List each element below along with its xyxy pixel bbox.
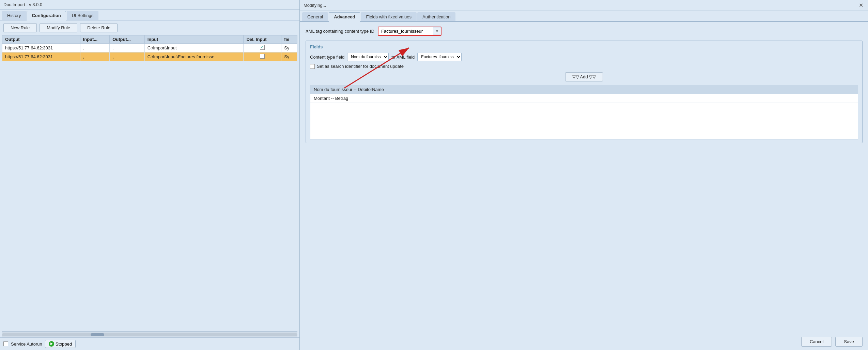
add-row: ▽▽ Add ▽▽	[310, 72, 858, 81]
xml-tag-label: XML tag containing content type ID	[306, 29, 374, 34]
tab-fields-fixed[interactable]: Fields with fixed values	[361, 12, 417, 21]
xml-tag-dropdown-arrow-icon[interactable]: ▼	[433, 28, 441, 34]
cell-input-1: C:\Import\Input	[144, 44, 244, 52]
tab-configuration[interactable]: Configuration	[27, 11, 66, 20]
checkbox-checked-icon	[260, 45, 265, 50]
tab-history[interactable]: History	[2, 11, 26, 20]
right-titlebar: Modifying... ✕	[300, 0, 868, 11]
tab-authentication[interactable]: Authentication	[417, 12, 455, 21]
left-panel: Doc.Import - v 3.0.0 History Configurati…	[0, 0, 300, 350]
tab-general[interactable]: General	[302, 12, 328, 21]
to-xml-field-label: to XML field	[391, 55, 415, 60]
checkbox-unchecked-icon	[260, 54, 265, 59]
toolbar: New Rule Modify Rule Delete Rule	[0, 20, 299, 35]
scroll-thumb	[91, 333, 104, 336]
cell-output-1: https://51.77.64.62:3031	[2, 44, 80, 52]
search-id-row: Set as search identifier for document up…	[310, 64, 858, 69]
table-row[interactable]: https://51.77.64.62:3031 , , C:\Import\I…	[2, 52, 297, 61]
search-id-label: Set as search identifier for document up…	[317, 64, 404, 69]
rules-table-container: Output Input... Output... Input Del. Inp…	[2, 35, 297, 331]
modify-rule-button[interactable]: Modify Rule	[40, 23, 77, 32]
tab-ui-settings[interactable]: UI Settings	[67, 11, 99, 20]
cell-input-dot-2: ,	[80, 52, 110, 61]
fields-legend: Fields	[310, 44, 858, 49]
xml-tag-row: XML tag containing content type ID Factu…	[306, 27, 863, 36]
close-button[interactable]: ✕	[857, 2, 865, 9]
right-footer: Cancel Save	[300, 333, 868, 350]
col-del-input: Del. Input	[244, 35, 281, 44]
content-type-field-select[interactable]: Nom du fourniss	[347, 53, 389, 61]
tab-advanced[interactable]: Advanced	[329, 12, 360, 22]
new-rule-button[interactable]: New Rule	[3, 23, 37, 32]
fields-group: Fields Content type field Nom du fournis…	[306, 41, 863, 143]
cell-input-2: C:\Import\Input\Factures fournisse	[144, 52, 244, 61]
cell-output-2: https://51.77.64.62:3031	[2, 52, 80, 61]
fields-list: Nom du fournisseur -- DebitorName Montan…	[310, 85, 858, 139]
cell-del-input-1	[244, 44, 281, 52]
col-input-dot: Input...	[80, 35, 110, 44]
stopped-button[interactable]: Stopped	[45, 340, 76, 348]
delete-rule-button[interactable]: Delete Rule	[80, 23, 118, 32]
list-item[interactable]: Nom du fournisseur -- DebitorName	[310, 85, 858, 94]
cancel-button[interactable]: Cancel	[801, 337, 832, 347]
right-panel: Modifying... ✕ General Advanced Fields w…	[300, 0, 868, 350]
search-id-checkbox[interactable]	[310, 64, 315, 69]
cell-del-input-2	[244, 52, 281, 61]
cell-input-dot-1: .	[80, 44, 110, 52]
col-output: Output	[2, 35, 80, 44]
right-tab-bar: General Advanced Fields with fixed value…	[300, 11, 868, 22]
content-type-field-row: Content type field Nom du fourniss to XM…	[310, 53, 858, 61]
cell-fie-1: Sy	[281, 44, 297, 52]
cell-output-dot-1: .	[110, 44, 144, 52]
cell-output-dot-2: ,	[110, 52, 144, 61]
dialog-title: Modifying...	[304, 3, 326, 8]
service-autorun-label: Service Autorun	[11, 341, 42, 347]
list-item[interactable]: Montant -- Betrag	[310, 94, 858, 103]
to-xml-field-select[interactable]: Factures_fourniss	[417, 53, 462, 61]
left-titlebar: Doc.Import - v 3.0.0	[0, 0, 299, 10]
col-output-dot: Output...	[110, 35, 144, 44]
stopped-label: Stopped	[56, 341, 72, 347]
scroll-track	[2, 333, 297, 336]
horizontal-scrollbar[interactable]	[2, 331, 297, 337]
app-title: Doc.Import - v 3.0.0	[3, 2, 42, 7]
right-content: XML tag containing content type ID Factu…	[300, 22, 868, 333]
col-fie: fie	[281, 35, 297, 44]
left-tab-bar: History Configuration UI Settings	[0, 10, 299, 20]
bottom-bar: Service Autorun Stopped	[0, 337, 299, 350]
xml-tag-select-wrapper: Factures_fournisseur Option2 Option3 ▼	[378, 27, 441, 36]
rules-table: Output Input... Output... Input Del. Inp…	[2, 35, 297, 61]
table-row[interactable]: https://51.77.64.62:3031 . . C:\Import\I…	[2, 44, 297, 52]
save-button[interactable]: Save	[835, 337, 863, 347]
service-autorun-checkbox[interactable]	[3, 341, 8, 346]
xml-tag-select[interactable]: Factures_fournisseur Option2 Option3	[378, 27, 433, 35]
add-button[interactable]: ▽▽ Add ▽▽	[565, 72, 603, 81]
cell-fie-2: Sy	[281, 52, 297, 61]
play-icon	[49, 341, 54, 347]
content-type-field-label: Content type field	[310, 55, 344, 60]
col-input: Input	[144, 35, 244, 44]
